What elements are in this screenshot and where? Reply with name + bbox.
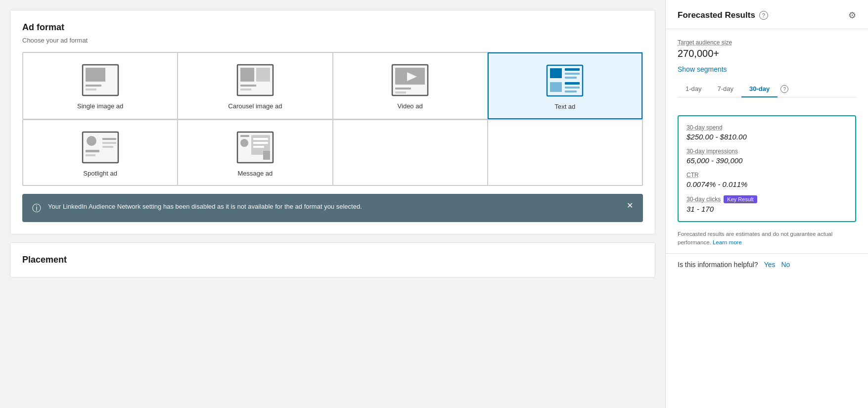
impressions-value: 65,000 - 390,000	[686, 156, 847, 165]
svg-rect-36	[253, 146, 264, 148]
svg-rect-15	[550, 68, 562, 78]
svg-rect-3	[86, 89, 96, 91]
svg-rect-37	[263, 151, 270, 160]
sidebar-title-row: Forecasted Results ?	[678, 10, 768, 20]
text-ad-icon	[545, 63, 585, 98]
forecasted-help-icon[interactable]: ?	[759, 11, 768, 20]
alert-banner: ⓘ Your LinkedIn Audience Network setting…	[22, 194, 643, 222]
svg-rect-13	[395, 91, 406, 93]
settings-gear-icon[interactable]: ⚙	[848, 10, 856, 21]
spend-label: 30-day spend	[686, 124, 847, 131]
svg-rect-26	[86, 154, 95, 156]
clicks-label: 30-day clicks Key Result	[686, 195, 847, 203]
svg-rect-28	[102, 142, 116, 144]
svg-rect-2	[86, 85, 101, 87]
helpful-row: Is this information helpful? Yes No	[666, 253, 868, 275]
alert-message: Your LinkedIn Audience Network setting h…	[48, 202, 620, 212]
spend-value: $250.00 - $810.00	[686, 133, 847, 141]
message-label: Message ad	[237, 170, 273, 177]
spotlight-icon	[81, 130, 120, 165]
ad-format-empty-2	[488, 120, 642, 185]
forecast-impressions-row: 30-day impressions 65,000 - 390,000	[686, 148, 847, 165]
ad-format-card: Ad format Choose your ad format Single i…	[10, 10, 655, 234]
helpful-no-button[interactable]: No	[781, 261, 790, 269]
alert-close-button[interactable]: ✕	[627, 202, 633, 210]
spotlight-label: Spotlight ad	[83, 170, 117, 177]
day-tab-help-icon[interactable]: ?	[780, 85, 788, 93]
clicks-label-text: 30-day clicks	[686, 196, 721, 203]
sidebar-title: Forecasted Results	[678, 10, 755, 20]
placement-title: Placement	[22, 255, 643, 265]
tab-30-day[interactable]: 30-day	[741, 81, 777, 97]
audience-size-label: Target audience size	[678, 39, 856, 46]
ad-format-empty-1	[333, 120, 488, 185]
key-result-badge: Key Result	[724, 195, 757, 203]
svg-rect-1	[86, 68, 105, 82]
svg-rect-6	[256, 68, 270, 82]
ad-format-title: Ad format	[22, 22, 643, 33]
sidebar-header: Forecasted Results ? ⚙	[666, 0, 868, 29]
svg-point-31	[240, 139, 248, 147]
ad-format-single-image[interactable]: Single image ad	[23, 52, 178, 119]
audience-size-value: 270,000+	[678, 48, 856, 59]
svg-rect-35	[253, 142, 268, 144]
ad-format-subtitle: Choose your ad format	[22, 37, 643, 44]
ad-format-carousel[interactable]: Carousel image ad	[178, 52, 332, 119]
svg-rect-21	[565, 87, 580, 89]
tab-7-day[interactable]: 7-day	[710, 81, 742, 97]
alert-circle-icon: ⓘ	[32, 202, 41, 214]
svg-rect-5	[240, 68, 254, 82]
day-tabs: 1-day 7-day 30-day ?	[678, 81, 856, 97]
placement-card: Placement	[10, 242, 655, 277]
svg-rect-7	[240, 85, 256, 87]
message-ad-icon	[235, 130, 275, 165]
forecast-ctr-row: CTR 0.0074% - 0.011%	[686, 172, 847, 188]
forecast-spend-row: 30-day spend $250.00 - $810.00	[686, 124, 847, 141]
svg-rect-18	[565, 77, 577, 79]
video-label: Video ad	[398, 102, 423, 110]
ad-format-spotlight[interactable]: Spotlight ad	[23, 120, 178, 185]
disclaimer-text: Forecasted results are estimates and do …	[666, 230, 868, 253]
helpful-yes-button[interactable]: Yes	[764, 261, 776, 269]
tab-1-day[interactable]: 1-day	[678, 81, 710, 97]
main-content: Ad format Choose your ad format Single i…	[0, 0, 665, 408]
svg-rect-12	[395, 88, 411, 90]
learn-more-link[interactable]: Learn more	[713, 239, 742, 245]
ad-format-grid-row2: Spotlight ad Message ad	[22, 120, 643, 186]
svg-rect-29	[102, 146, 113, 148]
single-image-icon	[81, 63, 120, 97]
forecast-clicks-row: 30-day clicks Key Result 31 - 170	[686, 195, 847, 213]
ad-format-video[interactable]: Video ad	[333, 52, 488, 119]
carousel-label: Carousel image ad	[228, 102, 282, 110]
svg-rect-27	[102, 138, 116, 140]
helpful-label: Is this information helpful?	[678, 261, 758, 269]
svg-rect-20	[565, 82, 580, 85]
forecasted-results-sidebar: Forecasted Results ? ⚙ Target audience s…	[665, 0, 868, 408]
carousel-icon	[235, 63, 275, 97]
disclaimer-body: Forecasted results are estimates and do …	[678, 231, 832, 245]
ad-format-message[interactable]: Message ad	[178, 120, 332, 185]
ctr-value: 0.0074% - 0.011%	[686, 180, 847, 188]
single-image-label: Single image ad	[77, 102, 123, 110]
svg-rect-19	[550, 82, 562, 92]
clicks-value: 31 - 170	[686, 205, 847, 213]
video-icon	[390, 63, 430, 97]
ad-format-text[interactable]: Text ad	[488, 52, 642, 119]
svg-rect-32	[240, 135, 249, 137]
text-ad-label: Text ad	[554, 103, 575, 110]
impressions-label: 30-day impressions	[686, 148, 847, 155]
svg-rect-34	[253, 138, 268, 140]
svg-point-24	[87, 136, 96, 146]
svg-rect-16	[565, 68, 580, 71]
sidebar-body: Target audience size 270,000+ Show segme…	[666, 29, 868, 107]
forecast-panel: 30-day spend $250.00 - $810.00 30-day im…	[678, 115, 856, 222]
ad-format-grid-row1: Single image ad Carousel image ad	[22, 52, 643, 120]
svg-rect-22	[565, 91, 577, 92]
show-segments-link[interactable]: Show segments	[678, 65, 727, 73]
svg-rect-25	[86, 150, 99, 152]
svg-rect-8	[240, 89, 251, 91]
svg-rect-17	[565, 73, 580, 75]
ctr-label: CTR	[686, 172, 847, 179]
